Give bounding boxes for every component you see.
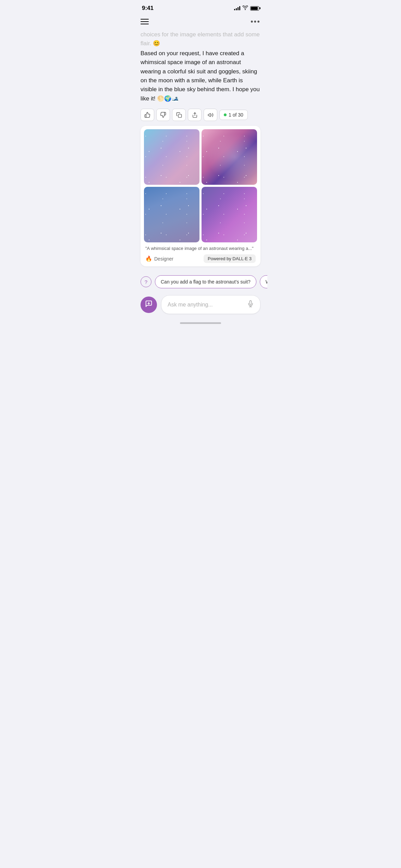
svg-rect-0 xyxy=(178,114,181,117)
battery-icon xyxy=(250,6,259,11)
signal-icon xyxy=(234,6,240,10)
home-indicator xyxy=(134,320,267,328)
status-time: 9:41 xyxy=(142,5,154,12)
new-chat-button[interactable] xyxy=(141,297,157,313)
new-chat-icon xyxy=(145,300,153,309)
image-cell-4[interactable] xyxy=(202,187,257,242)
image-cell-3[interactable] xyxy=(144,187,199,242)
suggestion-chip-2[interactable]: Wha... xyxy=(260,275,267,288)
suggestion-chip-2-text: Wha... xyxy=(266,279,267,285)
action-toolbar: 1 of 30 xyxy=(141,109,260,121)
designer-text: Designer xyxy=(154,256,173,262)
speaker-button[interactable] xyxy=(204,109,217,121)
designer-icon: 🔥 xyxy=(145,255,152,262)
suggestion-chip-1-text: Can you add a flag to the astronaut's su… xyxy=(161,279,251,285)
green-dot-indicator xyxy=(224,113,227,116)
image-card: "A whimsical space image of an astronaut… xyxy=(141,126,260,266)
thumbs-up-button[interactable] xyxy=(141,109,154,121)
home-bar xyxy=(180,322,221,324)
nav-bar: ••• xyxy=(134,14,267,30)
input-field[interactable]: Ask me anything... xyxy=(161,295,260,314)
copy-button[interactable] xyxy=(172,109,186,121)
share-button[interactable] xyxy=(188,109,202,121)
dalle-badge[interactable]: Powered by DALL·E 3 xyxy=(204,254,256,263)
thumbs-down-button[interactable] xyxy=(156,109,170,121)
input-bar: Ask me anything... xyxy=(134,292,267,320)
hamburger-menu-button[interactable] xyxy=(141,19,149,24)
counter-badge: 1 of 30 xyxy=(219,110,248,120)
image-card-caption: "A whimsical space image of an astronaut… xyxy=(144,246,257,251)
image-cell-2[interactable] xyxy=(202,129,257,185)
suggestions-icon[interactable]: ? xyxy=(141,276,151,287)
status-bar: 9:41 xyxy=(134,0,267,14)
wifi-icon xyxy=(242,5,248,11)
image-card-footer: 🔥 Designer Powered by DALL·E 3 xyxy=(144,254,257,263)
image-grid xyxy=(144,129,257,242)
more-options-button[interactable]: ••• xyxy=(251,17,260,26)
status-icons xyxy=(234,5,259,11)
designer-label: 🔥 Designer xyxy=(145,255,173,262)
counter-text: 1 of 30 xyxy=(229,112,243,118)
suggestion-chip-1[interactable]: Can you add a flag to the astronaut's su… xyxy=(155,275,256,288)
mic-icon[interactable] xyxy=(247,300,254,309)
faded-message-text: choices for the image elements that add … xyxy=(141,30,260,48)
input-placeholder: Ask me anything... xyxy=(168,302,213,308)
image-cell-1[interactable] xyxy=(144,129,199,185)
svg-marker-2 xyxy=(208,113,210,117)
assistant-message-text: Based on your request, I have created a … xyxy=(141,49,260,103)
chat-content: choices for the image elements that add … xyxy=(134,30,267,266)
suggestions-row: ? Can you add a flag to the astronaut's … xyxy=(134,272,267,292)
